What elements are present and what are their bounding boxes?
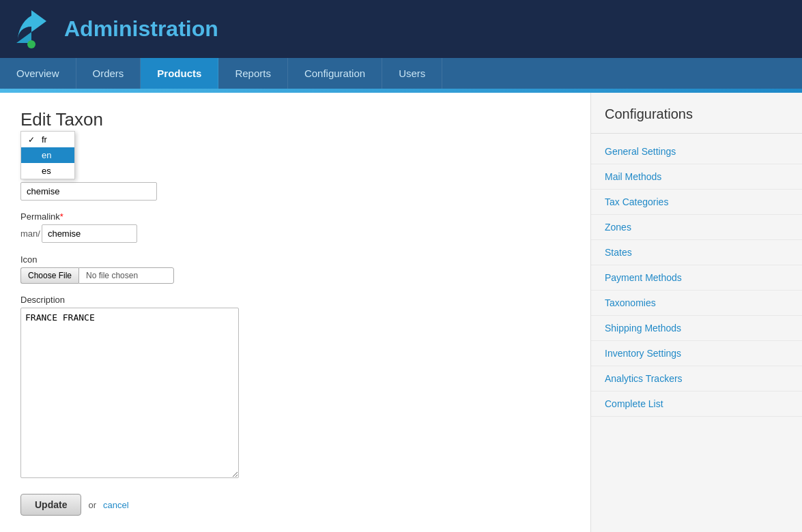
form-actions: Update or cancel bbox=[20, 494, 570, 516]
required-marker: * bbox=[60, 211, 63, 222]
file-input-container: Choose File No file chosen bbox=[20, 267, 570, 284]
lang-label-en: en bbox=[42, 150, 51, 160]
content-area: Edit Taxon ✓ fr en es bbox=[0, 93, 590, 532]
sidebar-link-shipping-methods[interactable]: Shipping Methods bbox=[591, 316, 802, 341]
svg-point-0 bbox=[27, 40, 35, 48]
lang-option-es[interactable]: es bbox=[21, 163, 74, 179]
description-textarea[interactable]: FRANCE FRANCE bbox=[20, 308, 239, 478]
permalink-label: Permalink* bbox=[20, 211, 570, 222]
logo-area: Administration bbox=[14, 9, 218, 50]
or-text: or bbox=[88, 500, 96, 510]
choose-file-button[interactable]: Choose File bbox=[20, 267, 78, 284]
sidebar: Configurations General Settings Mail Met… bbox=[590, 93, 802, 532]
sidebar-link-taxonomies[interactable]: Taxonomies bbox=[591, 291, 802, 316]
sidebar-link-complete-list[interactable]: Complete List bbox=[591, 391, 802, 417]
sidebar-title: Configurations bbox=[591, 106, 802, 134]
header: Administration bbox=[0, 0, 802, 58]
sidebar-link-mail-methods[interactable]: Mail Methods bbox=[591, 164, 802, 190]
nav-item-overview[interactable]: Overview bbox=[0, 58, 76, 89]
icon-group: Icon Choose File No file chosen bbox=[20, 254, 570, 284]
nav-item-users[interactable]: Users bbox=[382, 58, 442, 89]
sidebar-link-tax-categories[interactable]: Tax Categories bbox=[591, 190, 802, 215]
permalink-prefix: man/ bbox=[20, 228, 40, 239]
name-input[interactable] bbox=[20, 182, 157, 201]
lang-check-fr: ✓ bbox=[28, 135, 38, 145]
icon-label: Icon bbox=[20, 254, 38, 265]
sidebar-link-zones[interactable]: Zones bbox=[591, 215, 802, 240]
nav-item-products[interactable]: Products bbox=[141, 58, 218, 89]
edit-taxon-form: Permalink* man/ Icon Choose File No file… bbox=[20, 182, 570, 516]
sidebar-link-general-settings[interactable]: General Settings bbox=[591, 139, 802, 164]
permalink-group: Permalink* man/ bbox=[20, 211, 570, 243]
permalink-input-group: man/ bbox=[20, 224, 570, 243]
spree-logo-icon bbox=[14, 9, 49, 50]
lang-option-fr[interactable]: ✓ fr bbox=[21, 132, 74, 147]
lang-label-fr: fr bbox=[42, 134, 47, 145]
nav-item-reports[interactable]: Reports bbox=[218, 58, 288, 89]
sidebar-link-payment-methods[interactable]: Payment Methods bbox=[591, 265, 802, 291]
nav-item-configuration[interactable]: Configuration bbox=[288, 58, 382, 89]
main-layout: Edit Taxon ✓ fr en es bbox=[0, 93, 802, 532]
sidebar-link-states[interactable]: States bbox=[591, 240, 802, 265]
app-title: Administration bbox=[64, 16, 218, 42]
page-title: Edit Taxon bbox=[20, 109, 570, 130]
lang-option-en[interactable]: en bbox=[21, 147, 74, 163]
navbar: Overview Orders Products Reports Configu… bbox=[0, 58, 802, 89]
update-button[interactable]: Update bbox=[20, 494, 81, 516]
nav-item-orders[interactable]: Orders bbox=[76, 58, 141, 89]
sidebar-link-inventory-settings[interactable]: Inventory Settings bbox=[591, 341, 802, 366]
cancel-link[interactable]: cancel bbox=[103, 500, 129, 510]
sidebar-link-analytics-trackers[interactable]: Analytics Trackers bbox=[591, 366, 802, 391]
description-group: Description FRANCE FRANCE bbox=[20, 295, 570, 480]
language-dropdown-menu: ✓ fr en es bbox=[20, 131, 75, 179]
permalink-input[interactable] bbox=[42, 224, 137, 243]
name-group bbox=[20, 182, 570, 201]
no-file-label: No file chosen bbox=[78, 267, 174, 284]
description-label: Description bbox=[20, 295, 570, 305]
lang-label-es: es bbox=[42, 166, 51, 176]
